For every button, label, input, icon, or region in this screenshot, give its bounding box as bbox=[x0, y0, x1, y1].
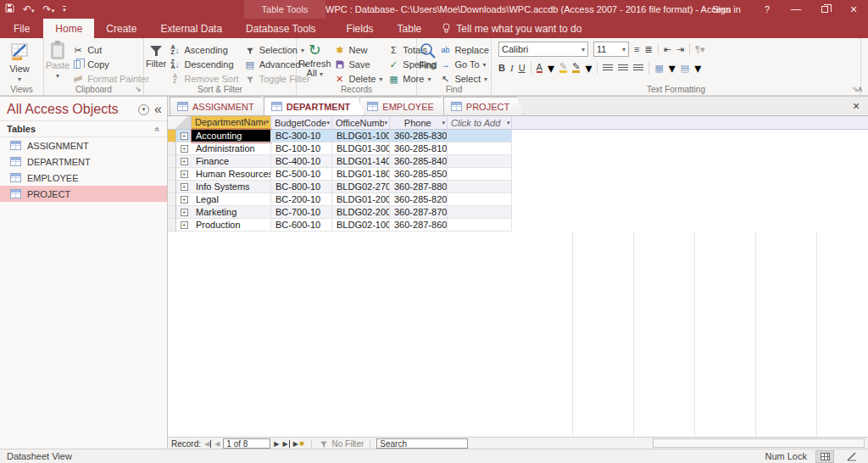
shutter-bar-icon[interactable]: « bbox=[154, 102, 162, 117]
tab-file[interactable]: File bbox=[0, 19, 43, 38]
tell-me-box[interactable]: Tell me what you want to do bbox=[433, 19, 590, 38]
expand-row-cell[interactable]: + bbox=[176, 181, 192, 193]
column-header-departmentname[interactable]: DepartmentName▾ bbox=[192, 116, 271, 130]
last-record-icon[interactable]: ▶ bbox=[282, 440, 289, 448]
cell[interactable]: 360-285-8500 bbox=[390, 168, 448, 181]
nav-item-department[interactable]: DEPARTMENT bbox=[0, 153, 167, 170]
expand-row-cell[interactable]: + bbox=[176, 155, 192, 168]
underline-button[interactable]: U bbox=[519, 63, 526, 73]
filter-status[interactable]: No Filter bbox=[318, 439, 364, 449]
cell[interactable]: Info Systems bbox=[192, 181, 271, 193]
cell[interactable]: Production bbox=[192, 219, 271, 232]
cell-click-to-add[interactable] bbox=[448, 206, 512, 219]
cell[interactable]: BC-700-10 bbox=[271, 206, 332, 219]
align-left-button[interactable] bbox=[603, 64, 613, 72]
find-button[interactable]: Find bbox=[419, 40, 437, 84]
row-selector[interactable] bbox=[168, 219, 176, 232]
goto-button[interactable]: →Go To▾ bbox=[437, 58, 491, 71]
numbering-button[interactable]: ≣ bbox=[644, 44, 652, 55]
clipboard-dialog-launcher[interactable]: ⇘ bbox=[135, 85, 142, 93]
datasheet-view-button[interactable] bbox=[815, 450, 834, 463]
cell[interactable]: BC-400-10 bbox=[271, 155, 332, 168]
expand-row-cell[interactable]: + bbox=[176, 130, 192, 142]
cell[interactable]: BLDG01-140 bbox=[332, 155, 390, 168]
tab-table[interactable]: Table bbox=[386, 19, 434, 38]
doc-tab-project[interactable]: PROJECT bbox=[443, 97, 524, 115]
select-all-corner[interactable] bbox=[168, 116, 192, 129]
bullets-button[interactable]: ≡ bbox=[634, 44, 639, 54]
alternate-row-color-button[interactable]: ▤ bbox=[681, 63, 689, 74]
cell-click-to-add[interactable] bbox=[448, 193, 512, 206]
align-center-button[interactable] bbox=[618, 64, 628, 72]
row-selector[interactable] bbox=[168, 206, 176, 219]
cell[interactable]: BC-500-10 bbox=[271, 168, 332, 181]
cell[interactable]: 360-287-8700 bbox=[390, 206, 448, 219]
cell-click-to-add[interactable] bbox=[448, 181, 512, 193]
cell[interactable]: 360-287-8600 bbox=[390, 219, 448, 232]
cell[interactable]: BLDG02-200 bbox=[332, 206, 390, 219]
align-right-button[interactable] bbox=[633, 64, 643, 72]
tab-database-tools[interactable]: Database Tools bbox=[234, 19, 328, 38]
cell[interactable]: 360-285-8200 bbox=[390, 193, 448, 206]
row-selector[interactable] bbox=[168, 181, 176, 193]
first-record-icon[interactable]: ◀ bbox=[204, 440, 211, 448]
copy-button[interactable]: Copy bbox=[70, 58, 152, 71]
horizontal-scrollbar[interactable] bbox=[653, 438, 865, 448]
cell-click-to-add[interactable] bbox=[448, 168, 512, 181]
select-button[interactable]: ↖Select▾ bbox=[437, 72, 491, 86]
descending-button[interactable]: ZA↓ Descending bbox=[166, 58, 241, 71]
font-size-combo[interactable]: 11▾ bbox=[593, 42, 629, 57]
view-button[interactable]: View ▾ bbox=[2, 40, 37, 84]
nav-item-employee[interactable]: EMPLOYEE bbox=[0, 170, 167, 186]
cell-click-to-add[interactable] bbox=[448, 142, 512, 155]
customize-qat-icon[interactable]: ▾ bbox=[63, 6, 66, 14]
background-color-button[interactable]: ✎ bbox=[572, 63, 580, 73]
cell[interactable]: BLDG01-200 bbox=[332, 193, 390, 206]
cell[interactable]: Human Resources bbox=[192, 168, 271, 181]
font-name-combo[interactable]: Calibri▾ bbox=[498, 42, 588, 57]
row-selector[interactable] bbox=[168, 142, 176, 155]
cell[interactable]: BC-200-10 bbox=[271, 193, 332, 206]
save-record-button[interactable]: Save bbox=[331, 58, 386, 71]
row-selector[interactable] bbox=[168, 193, 176, 206]
cell[interactable]: BC-300-10 bbox=[271, 130, 332, 142]
cell[interactable]: BLDG01-300 bbox=[332, 142, 390, 155]
font-color-button[interactable]: A bbox=[537, 63, 542, 73]
tab-fields[interactable]: Fields bbox=[335, 19, 386, 38]
record-search-input[interactable] bbox=[376, 438, 468, 449]
row-selector[interactable] bbox=[168, 130, 176, 142]
close-button[interactable]: × bbox=[839, 0, 868, 19]
text-direction-button[interactable]: ¶▾ bbox=[695, 44, 704, 55]
delete-record-button[interactable]: ✕Delete▾ bbox=[331, 72, 386, 86]
help-button[interactable]: ? bbox=[753, 0, 782, 19]
increase-indent-button[interactable]: ⇥ bbox=[676, 44, 684, 55]
column-header-phone[interactable]: Phone▾ bbox=[390, 116, 448, 129]
next-record-icon[interactable]: ▶ bbox=[274, 440, 279, 448]
expand-row-cell[interactable]: + bbox=[176, 142, 192, 155]
expand-row-cell[interactable]: + bbox=[176, 219, 192, 232]
row-selector[interactable] bbox=[168, 155, 176, 168]
remove-sort-button[interactable]: AZ Remove Sort bbox=[166, 72, 241, 86]
row-selector[interactable] bbox=[168, 168, 176, 181]
cell[interactable]: 360-285-8400 bbox=[390, 155, 448, 168]
cell[interactable]: Finance bbox=[192, 155, 271, 168]
nav-pane-menu-icon[interactable]: ▾ bbox=[138, 104, 149, 115]
cell[interactable]: BLDG02-270 bbox=[332, 181, 390, 193]
sign-in-button[interactable]: Sign in bbox=[700, 0, 753, 19]
cut-button[interactable]: ✂Cut bbox=[70, 43, 152, 57]
bold-button[interactable]: B bbox=[498, 63, 505, 73]
highlight-button[interactable]: ✎ bbox=[559, 63, 567, 73]
cell[interactable]: Legal bbox=[192, 193, 271, 206]
format-painter-button[interactable]: Format Painter bbox=[70, 72, 152, 86]
doc-tab-assignment[interactable]: ASSIGNMENT bbox=[170, 97, 269, 115]
cell[interactable]: Marketing bbox=[192, 206, 271, 219]
cell[interactable]: BLDG01-100 bbox=[332, 130, 390, 142]
cell[interactable]: Accounting bbox=[192, 130, 271, 142]
ascending-button[interactable]: AZ↓ Ascending bbox=[166, 43, 241, 57]
cell[interactable]: BC-100-10 bbox=[271, 142, 332, 155]
record-position-box[interactable]: 1 of 8 bbox=[223, 438, 270, 449]
nav-item-project[interactable]: PROJECT bbox=[0, 186, 167, 202]
minimize-button[interactable]: — bbox=[782, 0, 810, 19]
column-header-officenumber[interactable]: OfficeNumber▾ bbox=[332, 116, 390, 129]
cell-click-to-add[interactable] bbox=[448, 130, 512, 142]
